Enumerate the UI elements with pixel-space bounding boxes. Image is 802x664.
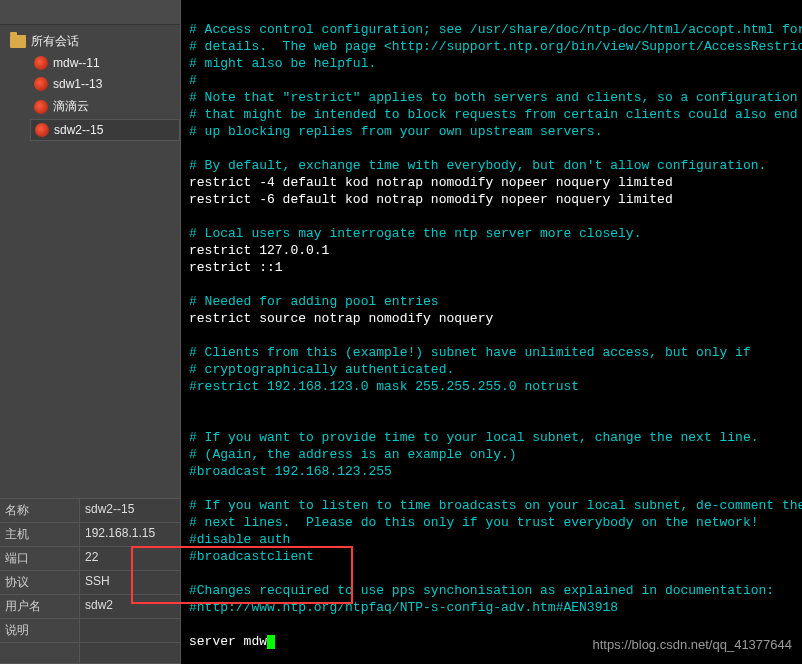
term-line: # If you want to listen to time broadcas… [189, 498, 802, 513]
prop-row: 说明 [0, 619, 180, 643]
term-line: restrict 127.0.0.1 [189, 243, 329, 258]
watermark: https://blog.csdn.net/qq_41377644 [593, 637, 793, 652]
session-icon [34, 56, 48, 70]
term-line: # details. The web page <http://support.… [189, 39, 802, 54]
prop-key: 名称 [0, 499, 80, 522]
term-line: # Note that "restrict" applies to both s… [189, 90, 798, 105]
prop-row [0, 643, 180, 664]
term-line: # cryptographically authenticated. [189, 362, 454, 377]
prop-val: sdw2 [80, 595, 180, 618]
term-line: # Needed for adding pool entries [189, 294, 439, 309]
session-item-didi[interactable]: 滴滴云 [30, 95, 180, 118]
term-line: # [189, 73, 197, 88]
term-line: # Clients from this (example!) subnet ha… [189, 345, 751, 360]
prop-key: 主机 [0, 523, 80, 546]
folder-icon [10, 35, 26, 48]
prop-val: 192.168.1.15 [80, 523, 180, 546]
prop-row: 名称sdw2--15 [0, 499, 180, 523]
term-line: restrict -6 default kod notrap nomodify … [189, 192, 673, 207]
prop-val: 22 [80, 547, 180, 570]
term-line: # that might be intended to block reques… [189, 107, 798, 122]
term-line: # up blocking replies from your own upst… [189, 124, 602, 139]
session-item-mdw[interactable]: mdw--11 [30, 53, 180, 73]
term-line: restrict -4 default kod notrap nomodify … [189, 175, 673, 190]
sidebar: 所有会话 mdw--11 sdw1--13 滴滴云 sdw2--15 [0, 0, 181, 664]
prop-row: 端口22 [0, 547, 180, 571]
term-line: # If you want to provide time to your lo… [189, 430, 759, 445]
term-line: # Local users may interrogate the ntp se… [189, 226, 641, 241]
prop-val: SSH [80, 571, 180, 594]
prop-key: 说明 [0, 619, 80, 642]
term-line: #Changes recquired to use pps synchonisa… [189, 583, 774, 598]
tree-root[interactable]: 所有会话 [10, 33, 180, 50]
session-label: mdw--11 [53, 56, 100, 70]
prop-val [80, 619, 180, 642]
prop-key: 协议 [0, 571, 80, 594]
term-line: # might also be helpful. [189, 56, 376, 71]
term-line: #restrict 192.168.123.0 mask 255.255.255… [189, 379, 579, 394]
session-item-sdw1[interactable]: sdw1--13 [30, 74, 180, 94]
term-line: restrict source notrap nomodify noquery [189, 311, 493, 326]
session-icon [35, 123, 49, 137]
session-item-sdw2[interactable]: sdw2--15 [30, 119, 180, 141]
session-tree: 所有会话 mdw--11 sdw1--13 滴滴云 sdw2--15 [0, 25, 180, 498]
sidebar-toolbar [0, 0, 180, 25]
session-label: sdw1--13 [53, 77, 102, 91]
term-line: restrict ::1 [189, 260, 283, 275]
term-line: #disable auth [189, 532, 290, 547]
session-label: sdw2--15 [54, 123, 103, 137]
term-line: #http://www.ntp.org/ntpfaq/NTP-s-config-… [189, 600, 618, 615]
term-line: #broadcast 192.168.123.255 [189, 464, 392, 479]
term-line: server mdw [189, 634, 267, 649]
tree-root-label: 所有会话 [31, 33, 79, 50]
term-line: # By default, exchange time with everybo… [189, 158, 766, 173]
cursor [267, 635, 275, 649]
prop-row: 协议SSH [0, 571, 180, 595]
term-line: # next lines. Please do this only if you… [189, 515, 759, 530]
terminal[interactable]: # Access control configuration; see /usr… [181, 0, 802, 664]
term-line: # (Again, the address is an example only… [189, 447, 517, 462]
properties-panel: 名称sdw2--15 主机192.168.1.15 端口22 协议SSH 用户名… [0, 498, 180, 664]
prop-key: 用户名 [0, 595, 80, 618]
prop-key: 端口 [0, 547, 80, 570]
prop-row: 主机192.168.1.15 [0, 523, 180, 547]
term-line: #broadcastclient [189, 549, 314, 564]
term-line: # Access control configuration; see /usr… [189, 22, 802, 37]
session-icon [34, 77, 48, 91]
prop-val [80, 643, 180, 663]
prop-row: 用户名sdw2 [0, 595, 180, 619]
prop-val: sdw2--15 [80, 499, 180, 522]
session-icon [34, 100, 48, 114]
prop-key [0, 643, 80, 663]
session-label: 滴滴云 [53, 98, 89, 115]
